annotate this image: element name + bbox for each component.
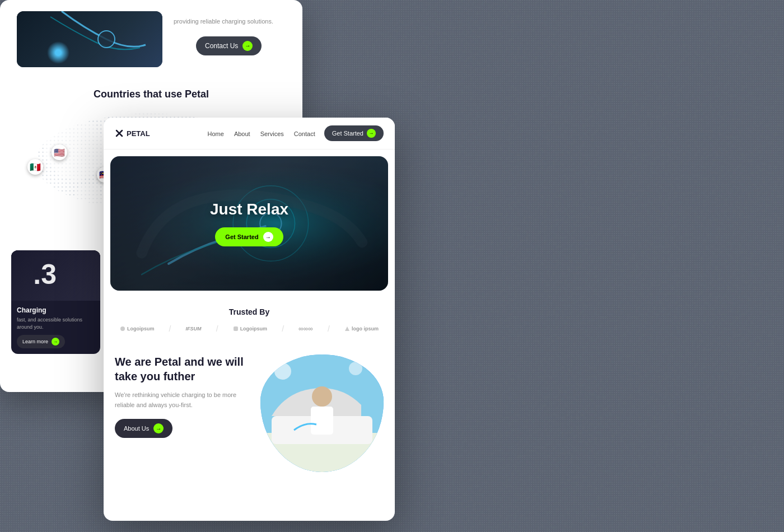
trusted-logo-4: ∞∞∞ xyxy=(298,325,313,333)
about-image xyxy=(260,354,384,472)
charging-learn-more-btn[interactable]: Learn more → xyxy=(17,335,65,348)
flag-usa: 🇺🇸 xyxy=(52,144,67,160)
about-section: We are Petal and we will take you futher… xyxy=(104,343,395,483)
service-card-charging: .3 Charging fast, and accessible solutio… xyxy=(11,250,100,354)
trusted-logo-3: Logoipsum xyxy=(233,326,268,332)
about-description: We're rethinking vehicle charging to be … xyxy=(115,390,249,410)
svg-rect-14 xyxy=(234,326,238,331)
front-card: PETAL Home About Services Contact Get St… xyxy=(104,118,395,521)
nav-contact[interactable]: Contact xyxy=(294,130,315,137)
back-tagline: providing reliable charging solutions. xyxy=(174,17,286,26)
back-hero-image xyxy=(17,11,162,67)
logo-icon xyxy=(115,129,124,138)
back-hero-section: providing reliable charging solutions. C… xyxy=(0,0,302,77)
logo-divider-3: / xyxy=(282,324,284,333)
countries-title: Countries that use Petal xyxy=(0,88,302,100)
svg-rect-20 xyxy=(311,407,333,435)
logo: PETAL xyxy=(115,129,150,138)
svg-marker-15 xyxy=(345,326,349,331)
about-us-arrow-icon: → xyxy=(153,423,164,433)
trusted-title: Trusted By xyxy=(115,307,384,316)
navbar: PETAL Home About Services Contact Get St… xyxy=(104,118,395,150)
logo-divider-2: / xyxy=(216,324,218,333)
svg-point-22 xyxy=(349,362,362,375)
svg-point-13 xyxy=(120,326,125,331)
logo-divider-1: / xyxy=(169,324,171,333)
logo-divider-4: / xyxy=(328,324,330,333)
charging-desc: fast, and accessible solutions around yo… xyxy=(17,316,95,330)
svg-text:.3: .3 xyxy=(33,259,57,290)
trusted-logo-1: Logoipsum xyxy=(120,326,155,332)
learn-more-arrow-icon: → xyxy=(52,338,59,346)
contact-arrow-icon: → xyxy=(242,41,253,51)
about-title: We are Petal and we will take you futher xyxy=(115,354,249,384)
svg-point-21 xyxy=(274,363,291,380)
nav-links: Home About Services Contact xyxy=(208,128,315,138)
trusted-logos: Logoipsum / IFSUM / Logoipsum / ∞∞∞ / lo… xyxy=(115,324,384,333)
logo-text: PETAL xyxy=(127,129,150,138)
trusted-logo-5: logo ipsum xyxy=(344,326,379,332)
trusted-logo-2: IFSUM xyxy=(186,326,202,332)
nav-home[interactable]: Home xyxy=(208,130,224,137)
nav-about[interactable]: About xyxy=(234,130,250,137)
hero-text: Just Relax Get Started → xyxy=(210,200,288,246)
charging-title: Charging xyxy=(17,306,95,314)
hero-section: Just Relax Get Started → xyxy=(110,156,388,291)
hero-cta-button[interactable]: Get Started → xyxy=(215,227,283,246)
flag-mexico: 🇲🇽 xyxy=(27,159,43,175)
nav-services[interactable]: Services xyxy=(260,130,284,137)
svg-point-0 xyxy=(98,31,115,48)
svg-point-19 xyxy=(312,386,332,407)
trusted-section: Trusted By Logoipsum / IFSUM / Logoipsum… xyxy=(104,297,395,343)
navbar-get-started-button[interactable]: Get Started → xyxy=(324,125,384,141)
hero-title: Just Relax xyxy=(210,200,288,218)
navbar-cta-arrow-icon: → xyxy=(367,129,376,138)
contact-us-button[interactable]: Contact Us → xyxy=(196,36,262,55)
contact-us-label: Contact Us xyxy=(205,42,238,50)
about-us-button[interactable]: About Us → xyxy=(115,419,172,438)
about-text: We are Petal and we will take you futher… xyxy=(115,354,249,438)
hero-cta-arrow-icon: → xyxy=(263,232,273,242)
